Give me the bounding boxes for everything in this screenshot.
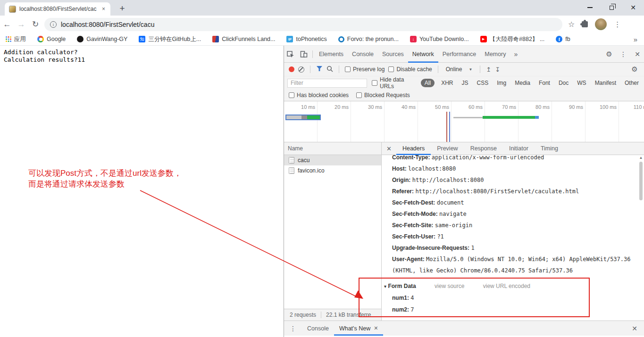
- filter-pill-manifest[interactable]: Manifest: [593, 79, 618, 87]
- close-window-button[interactable]: ✕: [622, 0, 644, 15]
- has-blocked-cookies-checkbox[interactable]: Has blocked cookies: [289, 92, 349, 99]
- preserve-log-checkbox[interactable]: Preserve log: [345, 66, 385, 73]
- url-field[interactable]: i localhost:8080/FirstServlet/cacu: [44, 18, 562, 31]
- network-settings-icon[interactable]: ⚙: [628, 63, 641, 75]
- network-overview-timeline[interactable]: 10 ms 20 ms 30 ms 40 ms 50 ms 60 ms 70 m…: [284, 101, 644, 142]
- filter-pill-img[interactable]: Img: [495, 79, 508, 87]
- bookmark-star-icon[interactable]: ☆: [568, 20, 575, 29]
- preserve-log-label: Preserve log: [353, 66, 385, 73]
- tab-close-icon[interactable]: ×: [101, 6, 106, 12]
- request-row-cacu[interactable]: cacu: [284, 155, 381, 165]
- filter-pill-ws[interactable]: WS: [575, 79, 588, 87]
- export-har-icon[interactable]: ↧: [495, 66, 500, 73]
- extensions-icon[interactable]: [582, 21, 588, 27]
- import-har-icon[interactable]: ↥: [486, 66, 491, 73]
- header-row: Upgrade-Insecure-Requests: 1: [392, 242, 636, 254]
- name-column-header[interactable]: Name: [284, 142, 381, 155]
- close-details-icon[interactable]: ✕: [382, 145, 396, 152]
- requests-count: 2 requests: [290, 312, 316, 318]
- filter-pill-xhr[interactable]: XHR: [439, 79, 455, 87]
- filter-pill-font[interactable]: Font: [537, 79, 552, 87]
- devtools-menu-icon[interactable]: ⋮: [617, 48, 630, 60]
- hide-data-urls-label: Hide data URLs: [380, 76, 416, 90]
- scroll-up-icon[interactable]: ▲: [638, 156, 644, 160]
- site-info-icon[interactable]: i: [50, 21, 57, 28]
- filter-pill-css[interactable]: CSS: [475, 79, 491, 87]
- tab-sources[interactable]: Sources: [378, 46, 408, 63]
- close-drawer-icon[interactable]: ✕: [625, 325, 644, 332]
- bookmark-item-youtube-downloader[interactable]: ↓ YouTube Downlo...: [410, 36, 469, 42]
- details-scrollbar[interactable]: ▲: [638, 156, 644, 320]
- reload-button[interactable]: ↻: [28, 19, 42, 29]
- bookmarks-bar: 应用 Google GavinWang-GY 知 三分钟在GitHub上... …: [0, 33, 644, 46]
- minimize-button[interactable]: [579, 0, 601, 15]
- filter-pill-doc[interactable]: Doc: [557, 79, 570, 87]
- back-button[interactable]: ←: [0, 20, 14, 29]
- close-tab-icon[interactable]: ✕: [374, 325, 378, 331]
- tick-label: 100 ms: [588, 104, 617, 110]
- filter-pill-other[interactable]: Other: [623, 79, 641, 87]
- bookmark-item-github[interactable]: GavinWang-GY: [77, 36, 127, 42]
- disable-cache-checkbox[interactable]: Disable cache: [388, 66, 432, 73]
- filter-pill-js[interactable]: JS: [460, 79, 470, 87]
- browser-tab[interactable]: localhost:8080/FirstServlet/cac ×: [5, 2, 110, 16]
- bookmark-item-youtube[interactable]: ▶ 【大陸尋奇#882】 ...: [480, 35, 545, 43]
- new-tab-button[interactable]: +: [116, 2, 128, 15]
- tab-timing[interactable]: Timing: [535, 142, 564, 155]
- tab-console[interactable]: Console: [348, 46, 378, 63]
- record-icon[interactable]: [289, 66, 294, 72]
- form-data-title[interactable]: Form Data: [388, 283, 416, 289]
- browser-menu-icon[interactable]: ⋮: [614, 20, 621, 29]
- search-icon[interactable]: [326, 66, 333, 74]
- param-value: 7: [410, 306, 414, 313]
- devtools-tabbar: Elements Console Sources Network Perform…: [284, 46, 644, 63]
- drawer-tab-whats-new[interactable]: What's New ✕: [334, 321, 384, 336]
- view-url-encoded-link[interactable]: view URL encoded: [483, 283, 530, 289]
- filter-pill-media[interactable]: Media: [513, 79, 532, 87]
- bookmark-item-clickfunnels[interactable]: ClickFunnels Land...: [212, 36, 275, 42]
- url-text[interactable]: localhost:8080/FirstServlet/cacu: [61, 21, 154, 28]
- filter-input[interactable]: [287, 79, 367, 88]
- throttling-dropdown[interactable]: Online ▼: [444, 66, 475, 73]
- filter-funnel-icon[interactable]: [316, 66, 323, 73]
- tab-network[interactable]: Network: [408, 46, 438, 63]
- bookmark-item-zhihu[interactable]: 知 三分钟在GitHub上...: [139, 35, 201, 43]
- header-name: Host:: [392, 165, 407, 172]
- tab-response[interactable]: Response: [464, 142, 503, 155]
- devtools-settings-icon[interactable]: ⚙: [602, 48, 616, 60]
- scrollbar-thumb[interactable]: [639, 162, 643, 200]
- more-tabs-icon[interactable]: »: [510, 50, 521, 58]
- blocked-requests-checkbox[interactable]: Blocked Requests: [356, 92, 410, 99]
- tab-headers[interactable]: Headers: [396, 142, 431, 155]
- form-data-section: ▾ Form Data view source view URL encoded…: [392, 280, 636, 316]
- restore-button[interactable]: [601, 0, 622, 15]
- tab-preview[interactable]: Preview: [431, 142, 464, 155]
- request-name-column: Name cacu favicon.ico 2 requests 22.1 kB…: [284, 142, 382, 321]
- network-summary-bar: 2 requests 22.1 kB transferre: [284, 309, 381, 321]
- clear-icon[interactable]: [298, 66, 304, 73]
- domcontentloaded-marker: [446, 112, 447, 142]
- profile-avatar[interactable]: [595, 18, 607, 30]
- filter-pill-all[interactable]: All: [421, 79, 435, 87]
- devtools-close-icon[interactable]: ✕: [631, 48, 644, 60]
- tab-elements[interactable]: Elements: [315, 46, 348, 63]
- bookmark-item-forvo[interactable]: Forvo: the pronun...: [338, 36, 399, 42]
- bookmark-item-apps[interactable]: 应用: [6, 35, 26, 43]
- hide-data-urls-checkbox[interactable]: Hide data URLs: [372, 76, 416, 90]
- forward-button[interactable]: →: [14, 20, 28, 29]
- header-value: navigate: [439, 211, 467, 217]
- bookmarks-overflow-icon[interactable]: »: [634, 35, 637, 43]
- inspect-element-icon[interactable]: [284, 48, 297, 60]
- bookmark-item-tophonetics[interactable]: tP toPhonetics: [286, 36, 326, 42]
- bookmark-item-google[interactable]: Google: [37, 36, 66, 42]
- view-source-link[interactable]: view source: [435, 283, 464, 289]
- device-toolbar-icon[interactable]: [297, 48, 310, 60]
- tab-performance[interactable]: Performance: [438, 46, 481, 63]
- disclosure-caret-icon[interactable]: ▾: [384, 284, 386, 289]
- drawer-menu-icon[interactable]: ⋮: [284, 325, 302, 332]
- request-row-favicon[interactable]: favicon.ico: [284, 165, 381, 176]
- tab-memory[interactable]: Memory: [480, 46, 510, 63]
- bookmark-item-fb[interactable]: f fb: [556, 36, 570, 42]
- tab-initiator[interactable]: Initiator: [503, 142, 535, 155]
- drawer-tab-console[interactable]: Console: [302, 321, 334, 336]
